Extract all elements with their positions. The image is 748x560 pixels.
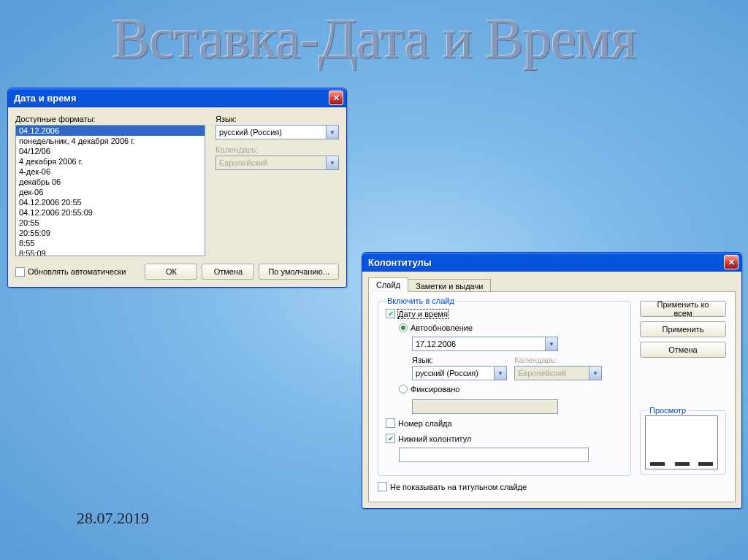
footer-label: Нижний колонтитул (398, 434, 471, 443)
chevron-down-icon[interactable]: ▼ (494, 367, 506, 380)
list-item[interactable]: понедельник, 4 декабря 2006 г. (16, 136, 205, 146)
not-title-checkbox[interactable]: Не показывать на титульном слайде (378, 482, 527, 491)
calendar-combo: Европейский ▼ (514, 366, 602, 380)
dialog-date-time: Дата и время ✕ Доступные форматы: 04.12.… (7, 88, 347, 288)
chevron-down-icon: ▼ (589, 367, 601, 380)
list-item[interactable]: 4 декабря 2006 г. (16, 156, 205, 166)
tab-panel: Включить в слайд ✔ Дату и время Автообно… (368, 291, 736, 502)
calendar-value: Европейский (518, 369, 589, 377)
language-combo[interactable]: русский (Россия) ▼ (215, 125, 339, 139)
fixed-label: Фиксировано (411, 385, 459, 394)
preview-slide-icon (645, 415, 718, 469)
cancel-button[interactable]: Отмена (202, 264, 254, 280)
formats-label: Доступные форматы: (15, 115, 205, 123)
auto-update-checkbox[interactable]: Обновлять автоматически (15, 267, 126, 277)
tab-slide[interactable]: Слайд (368, 277, 408, 292)
checkbox-icon: ✔ (386, 434, 395, 443)
apply-all-button[interactable]: Применить ко всем (640, 301, 726, 317)
list-item[interactable]: 20:55:09 (16, 228, 205, 238)
list-item[interactable]: дек-06 (16, 187, 205, 197)
preview-box: Просмотр (640, 410, 726, 475)
calendar-label: Календарь: (215, 145, 339, 154)
calendar-value: Европейский (219, 158, 326, 167)
footer-checkbox[interactable]: ✔ Нижний колонтитул (386, 434, 471, 443)
chevron-down-icon: ▼ (326, 156, 338, 169)
date-value: 17.12.2006 (416, 340, 545, 348)
auto-label: Автообновление (411, 323, 473, 332)
list-item[interactable]: 04/12/06 (16, 146, 205, 156)
titlebar[interactable]: Дата и время ✕ (8, 88, 346, 107)
list-item[interactable]: 20:55 (16, 218, 205, 228)
close-icon[interactable]: ✕ (329, 91, 343, 105)
window-title: Дата и время (14, 93, 77, 104)
chevron-down-icon[interactable]: ▼ (326, 126, 338, 139)
titlebar[interactable]: Колонтитулы ✕ (362, 253, 741, 272)
list-item[interactable]: 8:55:09 (16, 248, 205, 256)
footer-input[interactable] (399, 448, 589, 462)
list-item[interactable]: 8:55 (16, 238, 205, 248)
formats-listbox[interactable]: 04.12.2006 понедельник, 4 декабря 2006 г… (15, 125, 205, 256)
calendar-label: Календарь: (514, 356, 602, 364)
date-combo[interactable]: 17.12.2006 ▼ (412, 337, 558, 351)
datetime-label: Дату и время (398, 310, 448, 318)
default-button[interactable]: По умолчанию... (259, 264, 339, 280)
checkbox-icon: ✔ (386, 309, 395, 318)
include-fieldset: Включить в слайд ✔ Дату и время Автообно… (378, 301, 631, 476)
list-item[interactable]: 04.12.2006 (16, 126, 205, 136)
close-icon[interactable]: ✕ (724, 255, 739, 269)
tabstrip: Слайд Заметки и выдачи (368, 277, 736, 292)
ok-button[interactable]: ОК (145, 264, 197, 280)
window-title: Колонтитулы (368, 257, 432, 268)
slide-footer-date: 28.07.2019 (77, 509, 149, 528)
checkbox-icon (386, 418, 395, 428)
slidenum-checkbox[interactable]: Номер слайда (386, 418, 452, 428)
checkbox-icon (378, 482, 387, 491)
language-label: Язык: (412, 356, 507, 364)
language-combo[interactable]: русский (Россия) ▼ (412, 366, 507, 380)
auto-radio[interactable]: Автообновление (399, 323, 473, 332)
list-item[interactable]: 4-дек-06 (16, 166, 205, 177)
cancel-button[interactable]: Отмена (640, 342, 726, 358)
slide-title: Вставка-Дата и Время (0, 6, 748, 72)
datetime-checkbox[interactable]: ✔ Дату и время (386, 309, 448, 318)
list-item[interactable]: декабрь 06 (16, 177, 205, 187)
preview-legend: Просмотр (646, 406, 689, 415)
include-legend: Включить в слайд (384, 296, 457, 305)
calendar-combo: Европейский ▼ (215, 156, 339, 170)
fixed-radio[interactable]: Фиксировано (399, 385, 459, 394)
not-title-label: Не показывать на титульном слайде (390, 483, 527, 491)
list-item[interactable]: 04.12.2006 20:55:09 (16, 207, 205, 218)
fixed-input (412, 399, 558, 414)
radio-icon (399, 385, 408, 394)
auto-update-label: Обновлять автоматически (28, 267, 126, 276)
dialog-headers-footers: Колонтитулы ✕ Слайд Заметки и выдачи Вкл… (362, 252, 742, 509)
apply-button[interactable]: Применить (640, 321, 726, 337)
language-value: русский (Россия) (219, 128, 326, 137)
language-value: русский (Россия) (416, 369, 494, 377)
language-label: Язык: (215, 115, 339, 123)
chevron-down-icon[interactable]: ▼ (545, 337, 557, 350)
list-item[interactable]: 04.12.2006 20:55 (16, 197, 205, 207)
slidenum-label: Номер слайда (398, 419, 452, 428)
checkbox-icon (15, 267, 25, 277)
radio-icon (399, 323, 408, 332)
